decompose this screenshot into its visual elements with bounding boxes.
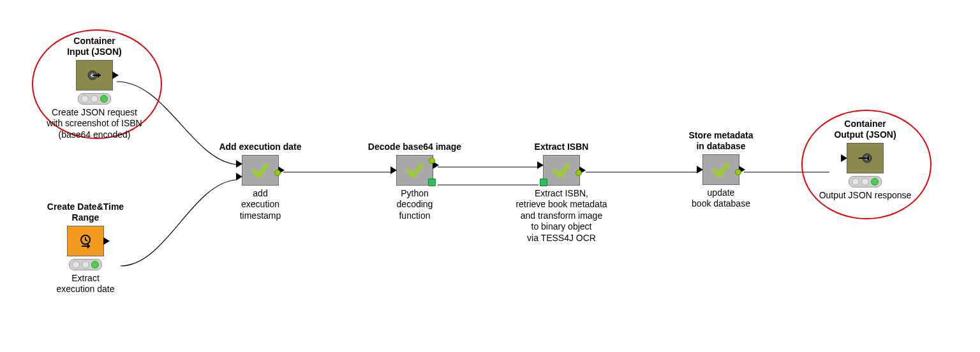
node-title: Decode base64 image [351, 142, 479, 152]
node-description: update book database [657, 187, 785, 210]
node-description: Create JSON request with screenshot of I… [31, 107, 158, 141]
container-output-icon [847, 143, 884, 173]
node-description: Python decoding function [351, 188, 479, 222]
node-description: Output JSON response [801, 190, 929, 202]
node-decode-base64[interactable]: Decode base64 image Python decoding func… [351, 142, 479, 221]
node-title: Extract ISBN [498, 142, 625, 152]
checkmark-icon [242, 155, 279, 186]
status-indicator [69, 259, 102, 270]
node-title: Store metadata in database [657, 130, 785, 152]
node-add-execution-date[interactable]: Add execution date add execution timesta… [197, 142, 324, 221]
checkmark-icon [396, 155, 433, 186]
node-date-range[interactable]: Create Date&Time Range Extract execution… [22, 202, 149, 295]
node-title: Add execution date [197, 142, 324, 152]
node-description: Extract execution date [22, 273, 149, 295]
node-description: add execution timestamp [197, 188, 324, 222]
node-description: Extract ISBN, retrieve book metadata and… [498, 188, 625, 244]
clock-icon [67, 226, 104, 256]
node-store-metadata[interactable]: Store metadata in database update book d… [657, 130, 785, 210]
status-indicator [78, 93, 111, 105]
node-title: Container Output (JSON) [801, 119, 929, 140]
node-title: Container Input (JSON) [31, 36, 158, 57]
node-extract-isbn[interactable]: Extract ISBN Extract ISBN, retrieve book… [498, 142, 625, 244]
checkmark-icon [543, 155, 580, 186]
container-input-icon [76, 60, 113, 91]
status-indicator [849, 176, 882, 187]
node-container-input[interactable]: Container Input (JSON) Create JSON reque… [31, 36, 158, 140]
workflow-canvas: Container Input (JSON) Create JSON reque… [0, 0, 980, 352]
checkmark-icon [702, 154, 739, 185]
node-container-output[interactable]: Container Output (JSON) Output JSON resp… [801, 119, 929, 201]
node-title: Create Date&Time Range [22, 202, 149, 223]
